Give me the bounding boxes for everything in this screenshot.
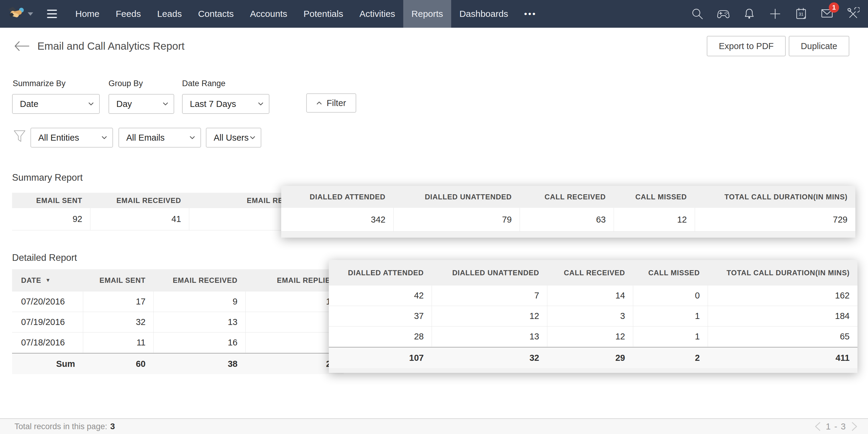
- page-range-label: 1 - 3: [826, 422, 846, 432]
- col-call-received: CALL RECEIVED: [520, 193, 614, 201]
- cell-call-missed: 1: [633, 327, 708, 347]
- cell-dialled-unattended: 7: [432, 286, 547, 306]
- pagination: 1 - 3: [814, 422, 858, 432]
- summary-total-call-duration: 729: [695, 208, 855, 231]
- email-filter-value: All Emails: [126, 133, 164, 143]
- detailed-call-header-row: DIALLED ATTENDED DIALLED UNATTENDED CALL…: [329, 260, 858, 286]
- cell-email-sent: 32: [83, 312, 153, 332]
- page-next-icon[interactable]: [851, 422, 858, 431]
- export-pdf-button[interactable]: Export to PDF: [707, 36, 786, 56]
- col-total-call-duration: TOTAL CALL DURATION(IN MINS): [695, 193, 855, 201]
- nav-item-dashboards[interactable]: Dashboards: [451, 0, 516, 28]
- nav-item-contacts[interactable]: Contacts: [190, 0, 242, 28]
- notifications-bell-icon[interactable]: [743, 7, 756, 21]
- col-call-received: CALL RECEIVED: [547, 269, 633, 277]
- summary-dialled-unattended: 79: [393, 208, 520, 231]
- chevron-down-icon: [88, 102, 94, 106]
- cell-dialled-unattended: 13: [432, 327, 547, 347]
- chevron-up-icon: [316, 101, 322, 105]
- sum-row: Sum 60 38 29: [12, 353, 344, 374]
- nav-item-home[interactable]: Home: [67, 0, 107, 28]
- duplicate-button[interactable]: Duplicate: [789, 36, 849, 56]
- nav-item-accounts[interactable]: Accounts: [242, 0, 296, 28]
- nav-item-potentials[interactable]: Potentials: [296, 0, 351, 28]
- col-email-received: EMAIL RECEIVED: [90, 196, 189, 205]
- table-row: 07/20/2016 17 9 16: [12, 292, 344, 312]
- nav-item-activities[interactable]: Activities: [351, 0, 403, 28]
- user-filter-select[interactable]: All Users: [206, 128, 261, 147]
- sort-desc-icon: ▼: [45, 277, 51, 283]
- entity-filter-select[interactable]: All Entities: [30, 128, 113, 147]
- entity-filter-value: All Entities: [38, 133, 79, 143]
- chevron-down-icon: [101, 136, 107, 139]
- cell-date: 07/19/2016: [12, 312, 83, 332]
- calendar-icon[interactable]: 31: [795, 7, 808, 21]
- page-title: Email and Call Analytics Report: [37, 40, 184, 52]
- total-records-label: Total records in this page:: [14, 422, 107, 431]
- chevron-down-icon: [258, 102, 264, 106]
- page-header: Email and Call Analytics Report Export t…: [0, 28, 868, 64]
- filter-button-label: Filter: [327, 98, 346, 108]
- chevron-down-icon: [163, 102, 168, 106]
- table-row: 28 13 12 1 65: [329, 327, 858, 347]
- email-filter-select[interactable]: All Emails: [119, 128, 201, 147]
- col-dialled-attended: DIALLED ATTENDED: [281, 193, 393, 201]
- chevron-down-icon: [250, 136, 255, 139]
- col-call-missed: CALL MISSED: [633, 269, 708, 277]
- table-row: 37 12 3 1 184: [329, 306, 858, 327]
- back-arrow-icon[interactable]: [14, 40, 30, 52]
- app-logo[interactable]: [8, 6, 33, 22]
- search-icon[interactable]: [691, 7, 704, 21]
- cell-dialled-attended: 42: [329, 286, 432, 306]
- funnel-filter-icon: [13, 128, 26, 145]
- summary-dialled-attended: 342: [281, 208, 393, 231]
- table-row: 42 7 14 0 162: [329, 286, 858, 306]
- gamepad-icon[interactable]: [717, 7, 730, 21]
- sum-total-call-duration: 411: [708, 347, 858, 368]
- chevron-down-icon: [190, 136, 195, 139]
- nav-more-icon[interactable]: •••: [516, 0, 544, 28]
- summary-call-panel: DIALLED ATTENDED DIALLED UNATTENDED CALL…: [281, 186, 855, 238]
- summary-call-missed: 12: [614, 208, 695, 231]
- col-email-sent: EMAIL SENT: [83, 276, 153, 285]
- cell-dialled-attended: 37: [329, 306, 432, 326]
- page-prev-icon[interactable]: [814, 422, 821, 431]
- logo-dropdown-caret-icon: [28, 12, 33, 16]
- table-row: 07/19/2016 32 13 4: [12, 312, 344, 333]
- setup-tools-icon[interactable]: [846, 7, 860, 21]
- add-plus-icon[interactable]: [769, 7, 782, 21]
- detailed-email-table: DATE ▼ EMAIL SENT EMAIL RECEIVED EMAIL R…: [12, 269, 344, 374]
- cell-call-received: 12: [547, 327, 633, 347]
- nav-item-feeds[interactable]: Feeds: [107, 0, 149, 28]
- col-date-label: DATE: [21, 276, 41, 285]
- col-date-sortable[interactable]: DATE ▼: [12, 276, 83, 285]
- detailed-email-header-row: DATE ▼ EMAIL SENT EMAIL RECEIVED EMAIL R…: [12, 269, 344, 292]
- sum-label: Sum: [12, 354, 83, 374]
- col-dialled-unattended: DIALLED UNATTENDED: [393, 193, 520, 201]
- nav-item-reports[interactable]: Reports: [403, 0, 451, 28]
- cell-email-received: 13: [153, 312, 245, 332]
- detailed-report-title: Detailed Report: [12, 253, 77, 263]
- group-by-value: Day: [116, 99, 132, 109]
- filter-toggle-button[interactable]: Filter: [306, 93, 356, 113]
- hamburger-menu-icon[interactable]: [47, 10, 57, 18]
- cell-date: 07/18/2016: [12, 333, 83, 353]
- cell-call-received: 14: [547, 286, 633, 306]
- cell-total-call-duration: 65: [708, 327, 858, 347]
- handshake-icon: [8, 6, 24, 22]
- date-range-select[interactable]: Last 7 Days: [182, 94, 270, 114]
- group-by-label: Group By: [108, 79, 143, 88]
- top-nav: Home Feeds Leads Contacts Accounts Poten…: [0, 0, 868, 28]
- summarize-by-select[interactable]: Date: [12, 94, 100, 114]
- summarize-by-value: Date: [20, 99, 38, 109]
- panel-bottom-strip: [329, 368, 858, 373]
- summary-email-header-row: EMAIL SENT EMAIL RECEIVED EMAIL REPLIED: [12, 193, 313, 208]
- detailed-call-panel: DIALLED ATTENDED DIALLED UNATTENDED CALL…: [329, 260, 858, 373]
- group-by-select[interactable]: Day: [108, 94, 174, 114]
- sum-dialled-unattended: 32: [432, 347, 547, 368]
- nav-menu: Home Feeds Leads Contacts Accounts Poten…: [67, 0, 544, 28]
- nav-item-leads[interactable]: Leads: [149, 0, 190, 28]
- col-dialled-attended: DIALLED ATTENDED: [329, 269, 432, 277]
- mail-icon-wrap: 1: [820, 7, 834, 21]
- cell-date: 07/20/2016: [12, 292, 83, 312]
